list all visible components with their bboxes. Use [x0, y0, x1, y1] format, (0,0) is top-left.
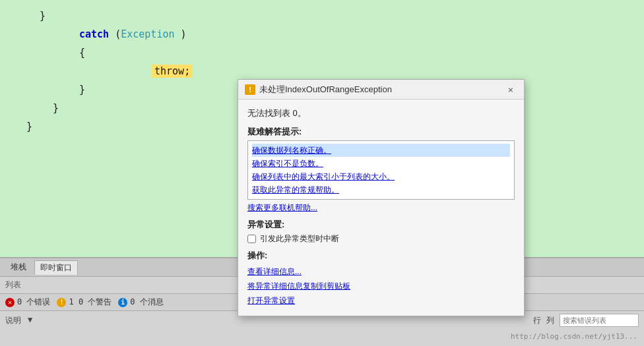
info-icon: i — [118, 298, 127, 307]
search-errors-input[interactable] — [560, 314, 639, 327]
throw-statement: throw; — [152, 65, 193, 78]
errors-count: 0 个错误 — [17, 297, 50, 308]
copy-to-clipboard-link[interactable]: 将异常详细信息复制到剪贴板 — [247, 279, 515, 293]
hint-item-3[interactable]: 确保列表中的最大索引小于列表的大小。 — [252, 170, 510, 183]
tab-immediate[interactable]: 即时窗口 — [34, 260, 78, 275]
messages-item: i 0 个消息 — [118, 297, 163, 308]
explain-dropdown[interactable]: ▼ — [28, 315, 32, 326]
exception-dialog: ! 未处理IndexOutOfRangeException × 无法找到表 0。… — [238, 79, 525, 316]
dialog-body: 无法找到表 0。 疑难解答提示: 确保数据列名称正确。 确保索引不是负数。 确保… — [238, 100, 524, 316]
hint-item-1[interactable]: 确保数据列名称正确。 — [252, 144, 510, 157]
dialog-close-button[interactable]: × — [504, 83, 517, 96]
code-line-4: throw; — [0, 62, 644, 80]
warnings-item: ! 1 0 个警告 — [57, 297, 112, 308]
watermark: http://blog.csdn.net/yjt13... — [511, 332, 637, 341]
search-more-link[interactable]: 搜索更多联机帮助... — [247, 202, 515, 214]
col-label: 列 — [546, 315, 554, 326]
hints-label: 疑难解答提示: — [247, 126, 515, 138]
ops-label: 操作: — [247, 250, 515, 262]
warning-icon: ! — [245, 84, 255, 95]
code-line-3: { — [0, 43, 644, 62]
code-line-1: } — [0, 7, 644, 25]
code-line-2: catch ( Exception ) — [0, 25, 644, 43]
warning-bar-icon: ! — [57, 298, 66, 307]
hints-box[interactable]: 确保数据列名称正确。 确保索引不是负数。 确保列表中的最大索引小于列表的大小。 … — [247, 140, 515, 200]
dialog-title: 未处理IndexOutOfRangeException — [259, 84, 392, 96]
break-on-exception-checkbox[interactable] — [247, 235, 256, 243]
errors-item: ✕ 0 个错误 — [5, 297, 50, 308]
tab-stack[interactable]: 堆栈 — [5, 260, 32, 274]
hint-item-2[interactable]: 确保索引不是负数。 — [252, 157, 510, 170]
error-icon: ✕ — [5, 298, 15, 307]
checkbox-label: 引发此异常类型时中断 — [260, 233, 339, 245]
messages-count: 0 个消息 — [130, 297, 163, 308]
list-label: 列表 — [5, 279, 21, 291]
explain-label: 说明 — [5, 315, 21, 326]
view-details-link[interactable]: 查看详细信息... — [247, 264, 515, 279]
open-settings-link[interactable]: 打开异常设置 — [247, 293, 515, 308]
exception-settings-section: 异常设置: 引发此异常类型时中断 — [247, 219, 515, 245]
checkbox-row: 引发此异常类型时中断 — [247, 233, 515, 245]
hint-item-4[interactable]: 获取此异常的常规帮助。 — [252, 183, 510, 196]
dialog-main-message: 无法找到表 0。 — [247, 107, 515, 119]
warnings-count: 1 0 个警告 — [69, 297, 112, 308]
type-exception: Exception — [121, 28, 174, 40]
operations-section: 操作: 查看详细信息... 将异常详细信息复制到剪贴板 打开异常设置 — [247, 250, 515, 308]
row-label: 行 — [533, 315, 541, 326]
settings-label: 异常设置: — [247, 219, 515, 231]
keyword-catch: catch — [79, 28, 109, 40]
dialog-title-bar: ! 未处理IndexOutOfRangeException × — [238, 80, 524, 100]
